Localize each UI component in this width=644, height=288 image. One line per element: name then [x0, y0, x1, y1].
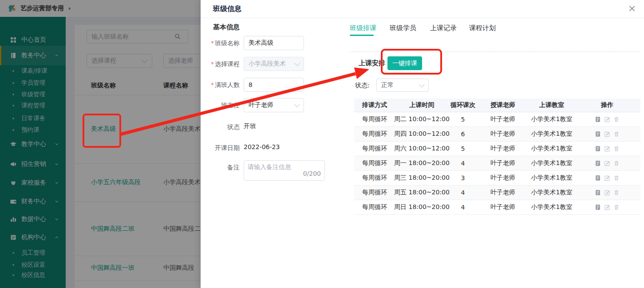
schedule-count: 4	[450, 204, 476, 211]
delete-icon[interactable]	[613, 189, 620, 196]
chevron-down-icon	[294, 102, 300, 107]
char-counter: 0/200	[303, 170, 321, 177]
delete-icon[interactable]	[613, 175, 620, 181]
tab-course-plan[interactable]: 课程计划	[469, 24, 496, 32]
edit-icon[interactable]	[604, 160, 610, 166]
remark-textarea[interactable]: 请输入备注信息 0/200	[244, 160, 325, 181]
schedule-row: 每周循环 周二 10:00~12:00 5 叶子老师 小学美术1教室	[354, 112, 640, 127]
schedule-row: 每周循环 周五 18:00~20:00 4 叶子老师 小学美术1教室	[354, 185, 640, 200]
schedule-teacher: 叶子老师	[476, 203, 529, 211]
schedule-room: 小学美术1教室	[529, 130, 574, 138]
schedule-method: 每周循环	[354, 115, 394, 123]
record-icon[interactable]	[595, 204, 601, 210]
schedule-count: 4	[450, 160, 476, 167]
schedule-status-label: 状态:	[355, 82, 370, 90]
arrange-label: 上课安排	[359, 59, 385, 67]
edit-icon[interactable]	[604, 189, 610, 196]
status-label: 状态	[209, 122, 240, 131]
schedule-status-select[interactable]: 正常	[376, 79, 429, 92]
delete-icon[interactable]	[613, 204, 620, 210]
schedule-room: 小学美术1教室	[529, 203, 574, 211]
schedule-method: 每周循环	[354, 145, 394, 153]
schedule-time: 周二 10:00~12:00	[394, 115, 450, 123]
head-teacher-select[interactable]: 叶子老师	[244, 98, 304, 112]
schedule-time: 周日 18:00~20:00	[394, 203, 450, 211]
schedule-teacher: 叶子老师	[476, 159, 529, 167]
record-icon[interactable]	[595, 146, 601, 152]
schedule-method: 每周循环	[354, 174, 394, 182]
schedule-count: 5	[450, 145, 476, 152]
schedule-row: 每周循环 周六 10:00~12:00 5 叶子老师 小学美术1教室	[354, 142, 640, 156]
schedule-row: 每周循环 周一 18:00~20:00 4 叶子老师 小学美术1教室	[354, 156, 640, 171]
record-icon[interactable]	[595, 116, 601, 122]
schedule-table: 排课方式 上课时间 循环课次 授课老师 上课教室 操作 每周循环 周二 10:0…	[354, 99, 640, 215]
schedule-count: 3	[450, 174, 476, 181]
schedule-room: 小学美术1教室	[529, 189, 574, 197]
close-icon[interactable]: ×	[626, 3, 638, 14]
chevron-down-icon	[294, 60, 300, 66]
course-select[interactable]: 小学高段美术	[244, 57, 304, 71]
record-icon[interactable]	[595, 131, 601, 137]
edit-icon[interactable]	[604, 204, 610, 210]
schedule-actions	[574, 146, 640, 152]
schedule-actions	[574, 189, 640, 196]
schedule-teacher: 叶子老师	[476, 145, 529, 153]
schedule-time: 周四 10:00~12:00	[394, 130, 450, 138]
start-date-label: 开课日期	[209, 143, 240, 152]
delete-icon[interactable]	[613, 116, 620, 122]
edit-icon[interactable]	[604, 116, 610, 122]
schedule-time: 周三 18:00~20:00	[394, 174, 450, 182]
schedule-row: 每周循环 周三 18:00~20:00 3 叶子老师 小学美术1教室	[354, 171, 640, 185]
dashed-divider	[350, 51, 640, 52]
class-name-input[interactable]: 美术高级	[244, 36, 304, 50]
class-info-drawer: 班级信息 × 基本信息 *班级名称 美术高级 *选择课程 小学高段美术 *满班人…	[201, 0, 644, 288]
record-icon[interactable]	[595, 175, 601, 181]
delete-icon[interactable]	[613, 131, 620, 137]
active-tab-underline	[350, 35, 374, 36]
schedule-teacher: 叶子老师	[476, 189, 529, 197]
schedule-room: 小学美术1教室	[529, 159, 574, 167]
edit-icon[interactable]	[604, 175, 610, 181]
schedule-actions	[574, 160, 640, 166]
schedule-method: 每周循环	[354, 159, 394, 167]
record-icon[interactable]	[595, 189, 601, 196]
schedule-count: 5	[450, 116, 476, 123]
schedule-row: 每周循环 周四 10:00~12:00 6 叶子老师 小学美术1教室	[354, 127, 640, 142]
tab-lesson-records[interactable]: 上课记录	[430, 24, 457, 32]
schedule-actions	[574, 204, 640, 210]
schedule-actions	[574, 175, 640, 181]
class-name-label: *班级名称	[209, 36, 240, 50]
schedule-table-header: 排课方式 上课时间 循环课次 授课老师 上课教室 操作	[354, 99, 640, 112]
schedule-time: 周五 18:00~20:00	[394, 189, 450, 197]
tab-class-schedule[interactable]: 班级排课	[350, 24, 376, 32]
schedule-actions	[574, 116, 640, 122]
record-icon[interactable]	[595, 160, 601, 166]
edit-icon[interactable]	[604, 131, 610, 137]
schedule-method: 每周循环	[354, 189, 394, 197]
start-date-value: 2022-06-23	[244, 143, 280, 150]
tab-class-students[interactable]: 班级学员	[390, 24, 416, 32]
schedule-time: 周一 18:00~20:00	[394, 159, 450, 167]
chevron-down-icon	[419, 82, 425, 87]
schedule-teacher: 叶子老师	[476, 130, 529, 138]
delete-icon[interactable]	[613, 146, 620, 152]
one-click-schedule-button[interactable]: 一键排课	[387, 56, 422, 70]
schedule-method: 每周循环	[354, 203, 394, 211]
schedule-actions	[574, 131, 640, 137]
capacity-input[interactable]: 8	[244, 78, 304, 92]
schedule-row: 每周循环 周日 18:00~20:00 4 叶子老师 小学美术1教室	[354, 200, 640, 215]
schedule-room: 小学美术1教室	[529, 174, 574, 182]
schedule-time: 周六 10:00~12:00	[394, 145, 450, 153]
drawer-header: 班级信息 ×	[201, 0, 644, 18]
status-value: 开班	[244, 122, 256, 130]
edit-icon[interactable]	[604, 146, 610, 152]
schedule-room: 小学美术1教室	[529, 145, 574, 153]
capacity-label: *满班人数	[209, 78, 240, 92]
schedule-method: 每周循环	[354, 130, 394, 138]
schedule-teacher: 叶子老师	[476, 115, 529, 123]
delete-icon[interactable]	[613, 160, 620, 166]
schedule-count: 4	[450, 189, 476, 196]
schedule-teacher: 叶子老师	[476, 174, 529, 182]
course-select-label: *选择课程	[209, 57, 240, 71]
schedule-count: 6	[450, 130, 476, 138]
